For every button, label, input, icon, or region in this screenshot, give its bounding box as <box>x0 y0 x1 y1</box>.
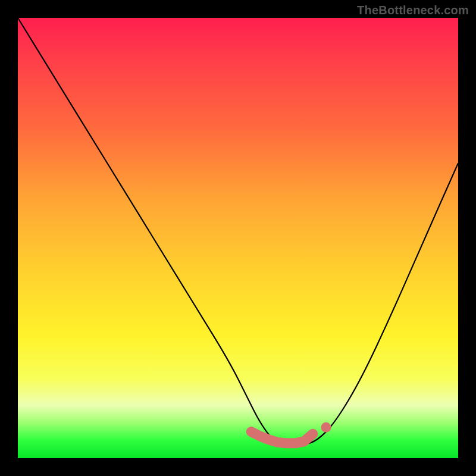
bottom-marker-group <box>251 422 331 443</box>
bottom-marker-dot <box>321 422 331 433</box>
bottom-marker-worm <box>251 432 313 443</box>
plot-area <box>18 18 458 458</box>
curve-layer <box>18 18 458 458</box>
bottleneck-curve <box>18 18 458 445</box>
attribution-label: TheBottleneck.com <box>357 4 469 17</box>
chart-frame: TheBottleneck.com <box>0 0 476 476</box>
